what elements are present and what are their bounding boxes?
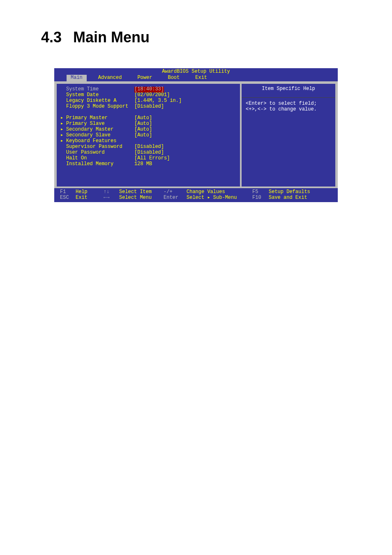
heading-title: Main Menu xyxy=(73,29,150,46)
field-row[interactable]: System Time[18:40:33] xyxy=(60,87,236,92)
field-row[interactable]: Installed Memory128 MB xyxy=(60,161,236,167)
field-row[interactable]: Legacy Diskette A[1.44M, 3.5 in.] xyxy=(60,98,236,104)
field-label: ▸Secondary Master xyxy=(60,127,134,133)
field-value[interactable]: [Auto] xyxy=(134,133,152,138)
field-label-text: System Time xyxy=(66,86,99,92)
field-label-text: Installed Memory xyxy=(66,161,113,167)
field-row[interactable]: Halt On[All Errors] xyxy=(60,156,236,161)
field-label: ▸Secondary Slave xyxy=(60,133,134,138)
field-value[interactable]: [Auto] xyxy=(134,115,152,121)
setupdefaults-action: Setup Defaults xyxy=(269,189,332,195)
bios-body: System Time[18:40:33]System Date[02/00/2… xyxy=(54,81,338,188)
field-row[interactable]: ▸Primary Slave[Auto] xyxy=(60,121,236,127)
field-value[interactable]: [Auto] xyxy=(134,127,152,133)
help-panel: Item Specific Help <Enter> to select fie… xyxy=(242,84,335,187)
field-label-text: User Password xyxy=(66,150,105,155)
submenu-arrow-icon: ▸ xyxy=(60,133,66,138)
field-row[interactable]: User Password[Disabled] xyxy=(60,150,236,156)
field-value[interactable]: 128 MB xyxy=(134,161,152,167)
exit-action: Exit xyxy=(76,195,104,200)
esc-key: ESC xyxy=(60,195,76,200)
field-label: ▸Primary Master xyxy=(60,115,134,121)
f5-key: F5 xyxy=(252,189,269,195)
field-row[interactable]: ▸Secondary Master[Auto] xyxy=(60,127,236,133)
field-label-text: Keyboard Features xyxy=(66,138,116,144)
f1-key: F1 xyxy=(60,189,76,195)
submenu-arrow-icon: ▸ xyxy=(60,121,66,127)
submenu-arrow-icon: ▸ xyxy=(60,138,66,144)
field-label-text: Halt On xyxy=(66,155,87,161)
field-value[interactable]: [Disabled] xyxy=(134,104,164,110)
field-label: Supervisor Password xyxy=(60,144,134,150)
tab-boot[interactable]: Boot xyxy=(164,75,184,81)
field-label-text: Supervisor Password xyxy=(66,144,122,150)
bios-tabs: Main Advanced Power Boot Exit xyxy=(54,75,338,81)
help-heading: Item Specific Help xyxy=(246,86,331,92)
tab-exit[interactable]: Exit xyxy=(191,75,211,81)
field-label: Halt On xyxy=(60,156,134,161)
submenu-arrow-icon: ▸ xyxy=(60,115,66,121)
changevalues-action: Change Values xyxy=(187,189,252,195)
blank-row xyxy=(60,110,236,115)
updown-key: ↑↓ xyxy=(104,189,119,195)
field-label-text: Primary Slave xyxy=(66,121,105,127)
field-label: Installed Memory xyxy=(60,161,134,167)
field-label-text: System Date xyxy=(66,92,99,98)
field-label: Legacy Diskette A xyxy=(60,98,134,104)
help-action: Help xyxy=(76,189,104,195)
bios-window: AwardBIOS Setup Utility Main Advanced Po… xyxy=(54,68,338,202)
field-label-text: Legacy Diskette A xyxy=(66,98,116,104)
page-heading: 4.3Main Menu xyxy=(41,29,392,46)
leftright-key: ←→ xyxy=(104,195,119,200)
tab-advanced[interactable]: Advanced xyxy=(94,75,126,81)
field-row[interactable]: ▸Primary Master[Auto] xyxy=(60,115,236,121)
fields-panel: System Time[18:40:33]System Date[02/00/2… xyxy=(57,84,240,187)
tab-power[interactable]: Power xyxy=(133,75,156,81)
field-label: System Time xyxy=(60,87,134,92)
field-value[interactable]: [02/00/2001] xyxy=(134,92,170,98)
bios-title: AwardBIOS Setup Utility xyxy=(54,68,338,75)
field-row[interactable]: System Date[02/00/2001] xyxy=(60,92,236,98)
help-line2: <+>,<-> to change value. xyxy=(246,107,331,113)
field-value[interactable]: [18:40:33] xyxy=(134,87,164,92)
field-label-text: Floppy 3 Mode Support xyxy=(66,104,128,109)
field-label-text: Secondary Slave xyxy=(66,132,111,138)
field-label: Floppy 3 Mode Support xyxy=(60,104,134,110)
saveexit-action: Save and Exit xyxy=(269,195,332,200)
selectsubmenu-action: Select ▸ Sub-Menu xyxy=(187,195,252,200)
field-label: System Date xyxy=(60,92,134,98)
pm-key: -/+ xyxy=(164,189,187,195)
field-value[interactable]: [Disabled] xyxy=(134,144,164,150)
help-line1: <Enter> to select field; xyxy=(246,101,331,107)
field-label-text: Secondary Master xyxy=(66,127,113,132)
field-label: ▸Keyboard Features xyxy=(60,138,134,144)
field-value[interactable]: [1.44M, 3.5 in.] xyxy=(134,98,182,104)
f10-key: F10 xyxy=(252,195,269,200)
field-row[interactable]: ▸Secondary Slave[Auto] xyxy=(60,133,236,138)
field-value[interactable]: [Disabled] xyxy=(134,150,164,156)
enter-key: Enter xyxy=(164,195,187,200)
field-row[interactable]: Supervisor Password[Disabled] xyxy=(60,144,236,150)
bios-footer: F1 Help ↑↓ Select Item -/+ Change Values… xyxy=(54,188,338,203)
submenu-arrow-icon: ▸ xyxy=(60,127,66,133)
field-label: ▸Primary Slave xyxy=(60,121,134,127)
field-label: User Password xyxy=(60,150,134,156)
selectitem-action: Select Item xyxy=(119,189,164,195)
help-divider xyxy=(242,97,335,98)
field-value[interactable]: [All Errors] xyxy=(134,156,170,161)
selectmenu-action: Select Menu xyxy=(119,195,164,200)
field-row[interactable]: ▸Keyboard Features xyxy=(60,138,236,144)
tab-main[interactable]: Main xyxy=(67,75,87,81)
field-value[interactable]: [Auto] xyxy=(134,121,152,127)
heading-number: 4.3 xyxy=(41,29,62,46)
field-row[interactable]: Floppy 3 Mode Support[Disabled] xyxy=(60,104,236,110)
field-label-text: Primary Master xyxy=(66,115,108,121)
